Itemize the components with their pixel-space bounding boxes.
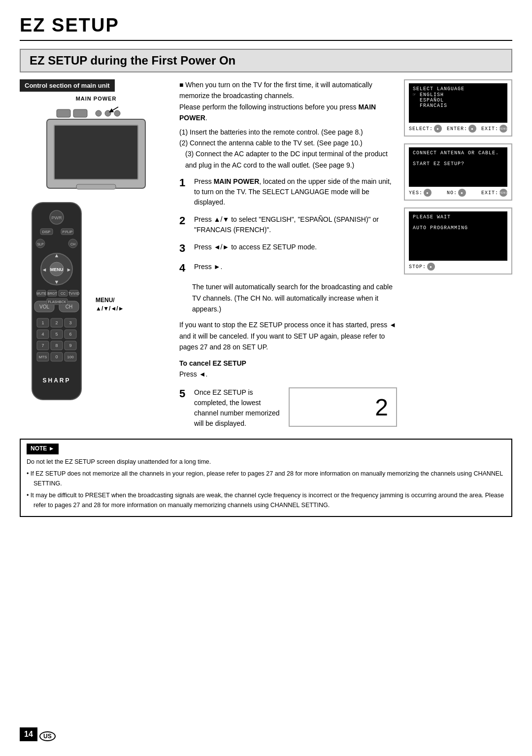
intro-item-3: (3) Connect the AC adapter to the DC inp… (179, 148, 397, 171)
svg-text:3: 3 (69, 320, 71, 325)
note-item-1: Do not let the EZ SETUP screen display u… (27, 457, 505, 467)
connect-line-2: START EZ SETUP? (413, 161, 503, 167)
step-2: 2 Press ▲/▼ to select "ENGLISH", "ESPAÑO… (179, 214, 397, 235)
auto-line-1: PLEASE WAIT (413, 214, 503, 220)
page-title: EZ SETUP (20, 15, 512, 41)
step-3-num: 3 (179, 242, 190, 255)
step-1-text: Press MAIN POWER, located on the upper s… (194, 176, 397, 207)
intro-item-2: (2) Connect the antenna cable to the TV … (179, 137, 397, 148)
svg-text:►: ► (66, 267, 72, 273)
no-control: NO:● (447, 189, 466, 197)
yes-control: YES:● (409, 189, 432, 197)
intro-item-1: (1) Insert the batteries into the remote… (179, 127, 397, 137)
menu-annotation: MENU/▲/▼/◄/► (96, 296, 124, 313)
svg-point-4 (96, 110, 101, 116)
select-icon: ● (434, 125, 442, 133)
step-1: 1 Press MAIN POWER, located on the upper… (179, 176, 397, 207)
note-section: NOTE ► Do not let the EZ SETUP screen di… (20, 439, 512, 516)
svg-text:BRGT: BRGT (47, 292, 57, 295)
select-control: SELECT:● (409, 125, 442, 133)
cancel-title: To cancel EZ SETUP (179, 359, 397, 367)
step-5: 5 Once EZ SETUP is completed, the lowest… (179, 387, 397, 429)
display-auto-programming: PLEASE WAIT AUTO PROGRAMMING STOP:● (404, 207, 512, 275)
auto-line-2: AUTO PROGRAMMING (413, 225, 503, 231)
svg-text:P.FLIP: P.FLIP (63, 230, 73, 234)
note-title: NOTE ► (27, 444, 59, 454)
stop-process-text: If you want to stop the EZ SETUP process… (179, 319, 397, 352)
svg-rect-1 (54, 125, 138, 179)
note-arrow: NOTE ► (31, 445, 55, 452)
svg-text:SHARP: SHARP (42, 377, 70, 384)
display-line-2: ☞ ENGLISH (413, 92, 503, 98)
svg-text:4: 4 (41, 332, 44, 337)
exit-icon-2: MENU (499, 189, 507, 197)
intro-items: (1) Insert the batteries into the remote… (179, 127, 397, 171)
us-badge: US (39, 731, 56, 741)
enter-control: ENTER:● (447, 125, 476, 133)
display-2-controls: YES:● NO:● EXIT:MENU (409, 189, 507, 197)
step-4-num: 4 (179, 262, 190, 275)
step-5-display: 2 (289, 387, 397, 427)
svg-text:▲: ▲ (54, 252, 60, 258)
note-item-2: • If EZ SETUP does not memorize all the … (27, 469, 505, 488)
channel-number: 2 (375, 394, 388, 421)
section-title: EZ SETUP during the First Power On (20, 49, 512, 72)
svg-text:5: 5 (55, 332, 58, 337)
svg-rect-3 (73, 109, 87, 117)
svg-text:SLP: SLP (37, 242, 44, 246)
bullet-icon: ■ (179, 81, 185, 89)
step-5-area: 5 Once EZ SETUP is completed, the lowest… (179, 387, 397, 429)
svg-text:CH: CH (66, 304, 72, 309)
display-auto-screen: PLEASE WAIT AUTO PROGRAMMING (409, 211, 507, 261)
display-3-controls: STOP:● (409, 263, 507, 271)
svg-point-6 (114, 110, 120, 116)
svg-text:0: 0 (55, 354, 58, 359)
cancel-text: Press ◄. (179, 369, 397, 379)
main-layout: Control section of main unit MAIN POWER (20, 79, 512, 429)
step-4-detail: The tuner will automatically search for … (192, 281, 397, 314)
step-5-content: 5 Once EZ SETUP is completed, the lowest… (179, 387, 282, 429)
svg-text:6: 6 (69, 332, 71, 337)
left-column: Control section of main unit MAIN POWER (20, 79, 172, 429)
display-select-language: SELECT LANGUAGE ☞ ENGLISH ESPAÑOL FRANCA… (404, 79, 512, 137)
page-number-value: 14 (24, 730, 33, 739)
svg-text:DISP: DISP (42, 230, 51, 234)
svg-text:2: 2 (55, 320, 58, 325)
exit-control-2: EXIT:MENU (481, 189, 507, 197)
tv-illustration-area: MAIN POWER (20, 96, 172, 192)
step-5-num: 5 (179, 387, 190, 400)
svg-text:MTS: MTS (39, 355, 47, 359)
connect-line-1: CONNECT ANTENNA OR CABLE. (413, 150, 503, 156)
tv-illustration (42, 104, 150, 191)
svg-text:9: 9 (69, 343, 71, 348)
step-4-text: Press ►. (194, 262, 222, 272)
svg-text:VOL: VOL (39, 304, 49, 309)
exit-control: EXIT:MENU (481, 125, 507, 133)
step-5-text: Once EZ SETUP is completed, the lowest c… (194, 387, 282, 429)
svg-point-5 (105, 110, 111, 116)
cancel-section: To cancel EZ SETUP Press ◄. (179, 359, 397, 379)
display-select-language-screen: SELECT LANGUAGE ☞ ENGLISH ESPAÑOL FRANCA… (409, 83, 507, 123)
svg-rect-7 (76, 184, 116, 189)
remote-illustration: PWR DISP P.FLIP SLP CH (20, 200, 94, 409)
right-column: SELECT LANGUAGE ☞ ENGLISH ESPAÑOL FRANCA… (404, 79, 512, 429)
step-3-text: Press ◄/► to access EZ SETUP mode. (194, 242, 317, 252)
exit-icon: MENU (499, 125, 507, 133)
page-number: 14 (20, 727, 37, 741)
remote-area: PWR DISP P.FLIP SLP CH (20, 200, 172, 409)
menu-label: MENU/▲/▼/◄/► (96, 296, 124, 313)
svg-text:MENU: MENU (50, 267, 64, 272)
svg-text:◄: ◄ (42, 267, 47, 273)
svg-text:TV/VID: TV/VID (68, 292, 80, 295)
note-item-3: • It may be difficult to PRESET when the… (27, 490, 505, 510)
enter-icon: ● (468, 125, 476, 133)
display-connect-screen: CONNECT ANTENNA OR CABLE. START EZ SETUP… (409, 147, 507, 187)
middle-column: ■ When you turn on the TV for the first … (172, 79, 404, 429)
stop-control: STOP:● (409, 263, 435, 271)
stop-icon: ● (427, 263, 435, 271)
display-1-controls: SELECT:● ENTER:● EXIT:MENU (409, 125, 507, 133)
display-line-3: ESPAÑOL (413, 98, 503, 103)
svg-text:7: 7 (41, 343, 44, 348)
svg-text:▼: ▼ (54, 279, 60, 285)
svg-text:CC: CC (61, 292, 66, 295)
